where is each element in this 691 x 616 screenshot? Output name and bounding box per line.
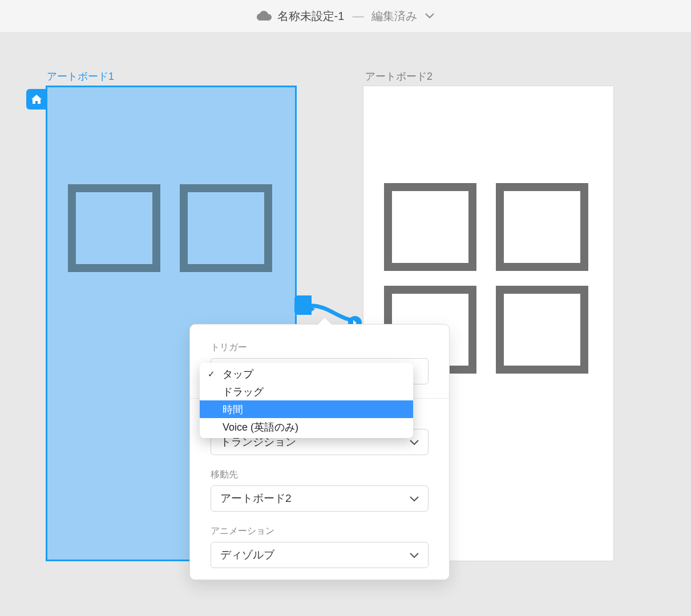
- trigger-dropdown-menu: ✓ タップ ドラッグ 時間 Voice (英語のみ): [200, 363, 413, 438]
- destination-select[interactable]: アートボード2: [211, 485, 429, 512]
- animation-select[interactable]: ディゾルブ: [211, 542, 429, 568]
- rectangle-shape[interactable]: [496, 286, 588, 374]
- destination-select-value: アートボード2: [220, 491, 292, 506]
- rectangle-shape[interactable]: [384, 183, 476, 271]
- app-header: 名称未設定-1 — 編集済み: [0, 0, 691, 32]
- prototype-wire-handle[interactable]: [294, 295, 312, 315]
- trigger-option-label: ドラッグ: [223, 385, 264, 399]
- chevron-down-icon: [410, 436, 419, 448]
- home-badge[interactable]: [26, 89, 47, 110]
- artboard-1-label[interactable]: アートボード1: [47, 70, 114, 83]
- trigger-field-label: トリガー: [211, 342, 429, 354]
- separator: —: [352, 10, 363, 23]
- document-title[interactable]: 名称未設定-1: [277, 9, 345, 24]
- animation-field-label: アニメーション: [211, 525, 429, 537]
- chevron-down-icon: [410, 549, 419, 561]
- rectangle-shape[interactable]: [68, 184, 160, 272]
- document-status[interactable]: 編集済み: [371, 9, 417, 24]
- cloud-icon: [257, 11, 272, 21]
- trigger-option-tap[interactable]: ✓ タップ: [200, 365, 413, 383]
- rectangle-shape[interactable]: [496, 183, 588, 271]
- chevron-down-icon: [410, 492, 419, 505]
- trigger-option-label: タップ: [223, 367, 253, 381]
- destination-field-label: 移動先: [211, 469, 429, 481]
- canvas[interactable]: アートボード1 アートボード2 トリガー アクション トランジション 移動先 ア…: [0, 32, 691, 616]
- trigger-option-time[interactable]: 時間: [200, 400, 413, 418]
- check-icon: ✓: [208, 369, 215, 379]
- trigger-option-voice[interactable]: Voice (英語のみ): [200, 418, 413, 436]
- trigger-option-label: Voice (英語のみ): [223, 420, 298, 434]
- trigger-option-label: 時間: [223, 403, 243, 416]
- chevron-down-icon[interactable]: [425, 13, 434, 19]
- animation-select-value: ディゾルブ: [220, 548, 274, 562]
- rectangle-shape[interactable]: [180, 184, 272, 272]
- trigger-option-drag[interactable]: ドラッグ: [200, 383, 413, 400]
- artboard-2-label[interactable]: アートボード2: [365, 70, 433, 83]
